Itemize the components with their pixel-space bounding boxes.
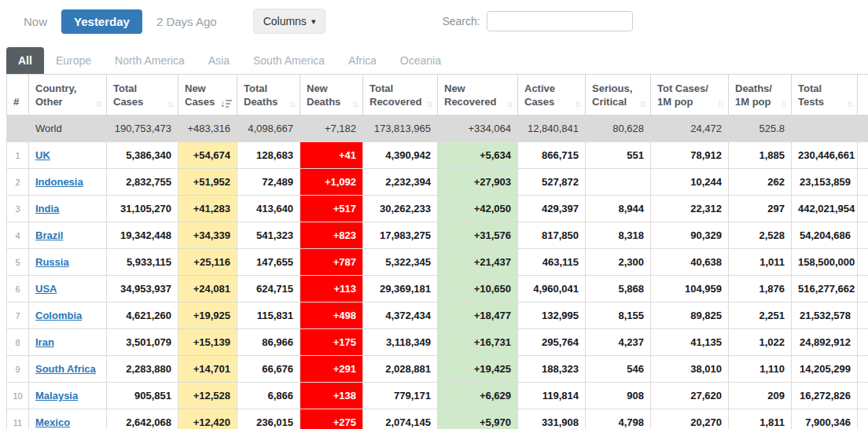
value-cell: +1,092 [300,169,363,196]
value-cell: 14,205,299 [792,356,858,383]
col-header-total-cases[interactable]: Total Cases↑↓ [107,75,178,116]
value-cell: 866,715 [518,142,586,169]
sort-both-icon: ↑↓ [506,98,513,109]
cutoff-cell [858,249,868,276]
country-cell: Indonesia [29,169,107,196]
country-link-india[interactable]: India [35,203,59,214]
country-cell: Malaysia [29,383,107,409]
value-cell: 516,277,662 [792,276,858,302]
country-cell: USA [29,276,107,302]
search-input[interactable] [487,11,633,31]
columns-dropdown-button[interactable]: Columns ▾ [253,9,326,34]
value-cell: +19,925 [178,302,237,329]
value-cell: 89,825 [651,302,729,329]
value-cell: 8,944 [586,196,651,222]
tab-south-america[interactable]: South America [241,47,337,74]
value-cell: 442,021,954 [792,196,858,222]
value-cell: 5,386,340 [107,142,178,169]
country-link-mexico[interactable]: Mexico [35,416,70,428]
table-row: 5Russia5,933,115+25,116147,655+7875,322,… [7,249,868,276]
col-header-label: Tot Cases/ 1M pop [657,82,708,109]
tab-all[interactable]: All [6,47,44,74]
value-cell: 10,244 [651,169,729,196]
value-cell: +15,139 [178,329,237,356]
value-cell: 779,171 [363,383,438,409]
col-header-new-recovered[interactable]: New Recovered↑↓ [438,75,518,116]
value-cell: 413,640 [237,196,300,222]
world-row: World190,753,473+483,3164,098,667+7,1821… [7,116,868,142]
value-cell: 3,501,079 [107,329,178,356]
value-cell: 12,840,841 [518,116,586,142]
sort-both-icon: ↑↓ [780,98,786,109]
sort-both-icon: ↑↓ [426,98,432,109]
value-cell: 1,022 [729,329,792,356]
country-cell: Colombia [29,302,107,329]
value-cell: 31,105,270 [107,196,178,222]
tab-europe[interactable]: Europe [44,47,103,74]
value-cell: 38,010 [651,356,729,383]
rank-cell: 4 [7,222,29,249]
value-cell: 147,655 [237,249,300,276]
country-cell: Mexico [29,409,107,429]
cutoff-cell [858,116,868,142]
country-link-brazil[interactable]: Brazil [35,229,63,241]
value-cell: 3,118,349 [363,329,438,356]
value-cell: 2,251 [729,302,792,329]
rank-cell: 2 [7,169,29,196]
tab-africa[interactable]: Africa [337,47,388,74]
country-link-indonesia[interactable]: Indonesia [35,176,83,188]
tab-north-america[interactable]: North America [103,47,197,74]
value-cell: 4,098,667 [237,116,300,142]
value-cell: 5,868 [586,276,651,302]
cutoff-cell [858,302,868,329]
tab-asia[interactable]: Asia [197,47,241,74]
tab-oceania[interactable]: Oceania [388,47,453,74]
value-cell: 29,369,181 [363,276,438,302]
country-cell: India [29,196,107,222]
cutoff-cell [858,169,868,196]
value-cell: 2,528 [729,222,792,249]
col-header-total-tests[interactable]: Total Tests↑↓ [792,75,858,116]
cutoff-cell [858,356,868,383]
country-link-iran[interactable]: Iran [35,336,54,348]
two-days-ago-button[interactable]: 2 Days Ago [149,10,225,33]
country-link-uk[interactable]: UK [35,149,50,161]
col-header-new-deaths[interactable]: New Deaths↑↓ [300,75,363,116]
col-header-active-cases[interactable]: Active Cases↑↓ [518,75,586,116]
col-header-label: Total Deaths [244,82,278,109]
now-button[interactable]: Now [16,10,55,33]
rank-cell: 7 [7,302,29,329]
country-link-malaysia[interactable]: Malaysia [35,390,78,402]
value-cell: 22,312 [651,196,729,222]
col-header-deaths-1m-pop[interactable]: Deaths/ 1M pop↑↓ [729,75,792,116]
yesterday-button[interactable]: Yesterday [61,9,142,34]
country-link-colombia[interactable]: Colombia [35,310,82,321]
value-cell: 262 [729,169,792,196]
country-cell: Brazil [29,222,107,249]
country-link-south-africa[interactable]: South Africa [35,363,96,375]
continent-tabs: AllEuropeNorth AmericaAsiaSouth AmericaA… [0,47,868,74]
col-header-label: New Deaths [307,82,340,109]
col-header-serious-critical[interactable]: Serious, Critical↑↓ [586,75,651,116]
country-link-usa[interactable]: USA [35,283,57,295]
value-cell: 132,995 [518,302,586,329]
value-cell: 5,322,345 [363,249,438,276]
col-header-total-deaths[interactable]: Total Deaths↑↓ [237,75,300,116]
col-header-tot-cases-1m-pop[interactable]: Tot Cases/ 1M pop↑↓ [651,75,729,116]
table-header-row: #Country, Other↑↓Total Cases↑↓New Cases↓… [7,75,868,116]
col-header-total-recovered[interactable]: Total Recovered↑↓ [363,75,438,116]
table-wrap: #Country, Other↑↓Total Cases↑↓New Cases↓… [0,74,868,429]
value-cell: +19,425 [438,356,518,383]
col-header-country-other[interactable]: Country, Other↑↓ [29,75,107,116]
sort-desc-icon: ↓ [220,98,232,109]
value-cell: +51,952 [178,169,237,196]
value-cell: 23,153,859 [792,169,858,196]
toolbar: Now Yesterday 2 Days Ago Columns ▾ Searc… [0,0,868,36]
value-cell: 80,628 [586,116,651,142]
value-cell: 8,318 [586,222,651,249]
chevron-down-icon: ▾ [311,17,316,26]
col-header-new-cases[interactable]: New Cases↓ [178,75,237,116]
country-link-russia[interactable]: Russia [35,256,69,268]
value-cell: +483,316 [178,116,237,142]
country-cell: World [29,116,107,142]
